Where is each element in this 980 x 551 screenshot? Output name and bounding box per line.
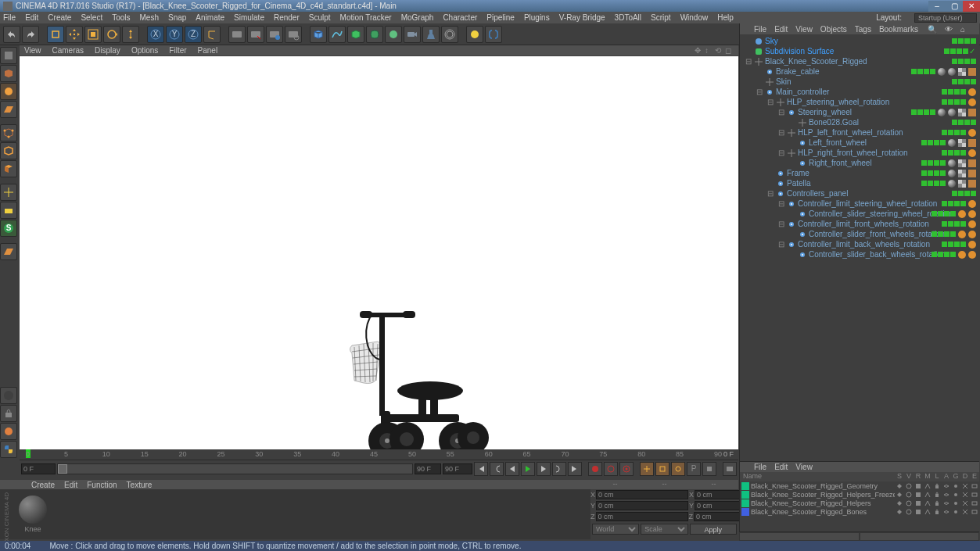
tree-item[interactable]: Patella (740, 178, 979, 188)
layer-toggle-r[interactable] (914, 491, 923, 499)
tag-mat[interactable] (938, 109, 946, 116)
menu-motion-tracker[interactable]: Motion Tracker (340, 13, 392, 22)
view-menu-panel[interactable]: Panel (198, 46, 218, 55)
layer-row[interactable]: Black_Knee_Scooter_Rigged_Geometry (740, 481, 979, 490)
python-button[interactable] (0, 441, 17, 458)
tag-anim[interactable] (968, 210, 976, 218)
obj-menu-file[interactable]: File (754, 25, 766, 34)
layer-name[interactable]: Black_Knee_Scooter_Rigged_Helpers_Freeze (751, 491, 895, 499)
tree-item[interactable]: Subdivision Surface✓ (740, 46, 979, 56)
object-tree[interactable]: SkySubdivision Surface✓⊟Black_Knee_Scoot… (740, 34, 979, 261)
generator-button[interactable] (347, 26, 364, 43)
layer-toggle-e[interactable] (970, 491, 979, 499)
lock-icon-button[interactable] (0, 405, 17, 422)
tag-disp[interactable] (958, 139, 966, 147)
layer-toggle-a[interactable] (942, 482, 951, 490)
minimize-button[interactable]: – (928, 1, 946, 12)
render-settings-button[interactable] (285, 26, 302, 43)
viewport[interactable] (20, 56, 738, 449)
menu-character[interactable]: Character (443, 13, 477, 22)
layer-toggle-e[interactable] (970, 482, 979, 490)
z-axis-button[interactable]: Z (185, 26, 202, 43)
tree-item[interactable]: Frame (740, 168, 979, 178)
y-axis-button[interactable]: Y (166, 26, 183, 43)
layer-toggle-m[interactable] (923, 491, 932, 499)
redo-button[interactable] (22, 26, 39, 43)
play-button[interactable] (521, 462, 535, 476)
tree-item[interactable]: ⊟Steering_wheel (740, 107, 979, 117)
tag-tex[interactable] (968, 170, 976, 177)
spline-button[interactable] (328, 26, 346, 43)
next-frame-button[interactable] (537, 462, 551, 476)
prev-key-button[interactable] (490, 462, 504, 476)
range-total-field[interactable] (443, 463, 472, 474)
tag-disp[interactable] (958, 180, 966, 188)
layer-toggle-d[interactable] (960, 491, 970, 499)
tag-anim[interactable] (968, 220, 976, 228)
locked-workplane-button[interactable] (0, 243, 17, 260)
pla-key-button[interactable] (702, 462, 716, 476)
viewport-solo-button[interactable] (0, 202, 17, 219)
menu-3dtoall[interactable]: 3DToAll (615, 13, 641, 22)
tags-button[interactable] (441, 26, 458, 43)
pos-key-button[interactable] (640, 462, 654, 476)
expand-toggle[interactable]: ⊟ (766, 98, 774, 106)
layer-toggle-v[interactable] (904, 499, 914, 507)
object-name[interactable]: Skin (776, 77, 979, 86)
layer-toggle-m[interactable] (923, 482, 932, 490)
deformer-button[interactable] (366, 26, 383, 43)
edge-mode-button[interactable] (0, 142, 17, 159)
tag-anim[interactable] (968, 231, 976, 238)
layer-name[interactable]: Black_Knee_Scooter_Rigged_Helpers (751, 499, 895, 507)
tag-mat[interactable] (948, 68, 956, 76)
tag-anim[interactable] (968, 241, 976, 249)
tag-anim[interactable] (968, 149, 976, 157)
timeline-window-button[interactable] (723, 462, 737, 476)
layer-color[interactable] (741, 499, 749, 507)
obj-menu-edit[interactable]: Edit (774, 25, 788, 34)
layer-toggle-a[interactable] (942, 508, 951, 516)
param-key-button[interactable]: P (687, 462, 701, 476)
layer-color[interactable] (741, 482, 749, 490)
view-rotate-icon[interactable]: ⟲ (715, 46, 723, 55)
workplane-button[interactable] (0, 101, 17, 118)
layer-toggle-d[interactable] (960, 499, 970, 507)
menu-mograph[interactable]: MoGraph (401, 13, 434, 22)
expand-toggle[interactable]: ⊟ (777, 128, 785, 137)
pos-field[interactable] (596, 501, 688, 510)
layer-color[interactable] (741, 508, 749, 516)
tree-item[interactable]: ⊟HLP_steering_wheel_rotation (740, 97, 979, 107)
tree-item[interactable]: ⊟Controller_limit_back_wheels_rotation (740, 239, 979, 249)
menu-plugins[interactable]: Plugins (524, 13, 550, 22)
script-button[interactable] (485, 26, 502, 43)
next-key-button[interactable] (552, 462, 566, 476)
axis-enable-button[interactable] (0, 184, 17, 201)
layer-menu-view[interactable]: View (795, 463, 813, 471)
tree-item[interactable]: Right_front_wheel (740, 158, 979, 168)
tag-disp[interactable] (958, 170, 966, 177)
menu-mesh[interactable]: Mesh (140, 13, 159, 22)
close-button[interactable]: ✕ (963, 1, 980, 12)
layer-toggle-g[interactable] (951, 482, 960, 490)
range-end-field[interactable] (415, 463, 441, 474)
camera-button[interactable] (404, 26, 421, 43)
tag-mat[interactable] (948, 139, 956, 147)
layer-toggle-g[interactable] (951, 508, 960, 516)
layer-menu-edit[interactable]: Edit (774, 463, 788, 471)
layer-toggle-s[interactable] (895, 482, 904, 490)
apply-button[interactable]: Apply (690, 524, 737, 535)
view-max-icon[interactable]: ◻ (725, 46, 734, 55)
obj-search-icon[interactable]: 🔍 (928, 25, 937, 34)
current-frame-field[interactable] (21, 463, 56, 474)
plugin-button[interactable] (0, 423, 17, 440)
expand-toggle[interactable]: ⊟ (745, 57, 752, 66)
tree-item[interactable]: ⊟Controllers_panel (740, 188, 979, 199)
tag-mat[interactable] (948, 109, 956, 116)
tree-item[interactable]: Controller_slider_back_wheels_rotation (740, 249, 979, 259)
view-menu-view[interactable]: View (24, 46, 41, 55)
tag-anim[interactable] (958, 210, 966, 218)
c4d-logo-button[interactable] (0, 387, 17, 404)
menu-window[interactable]: Window (680, 13, 709, 22)
menu-snap[interactable]: Snap (168, 13, 186, 22)
material-preview[interactable] (19, 496, 47, 524)
